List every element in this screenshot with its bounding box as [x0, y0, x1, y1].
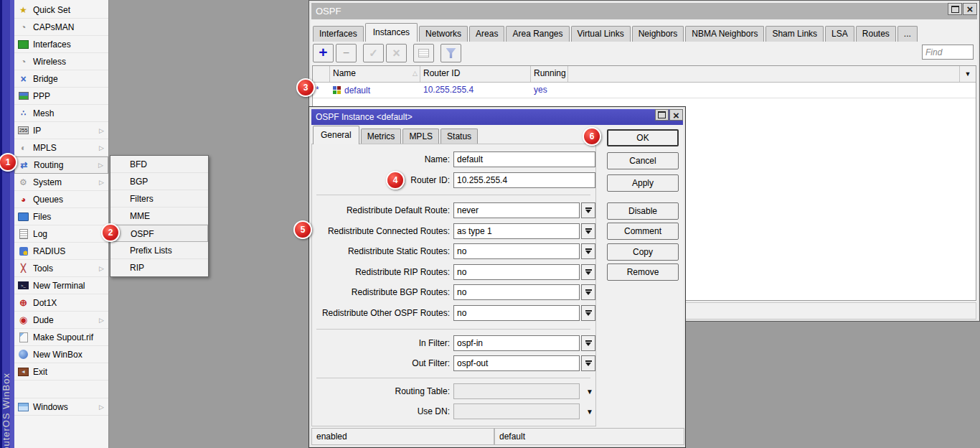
- enable-icon[interactable]: [363, 44, 384, 62]
- redistribute-rip-routes-select[interactable]: no: [453, 264, 595, 280]
- redistribute-other-ospf-routes-select[interactable]: no: [453, 305, 595, 321]
- disable-button[interactable]: Disable: [607, 202, 679, 220]
- dialog-titlebar[interactable]: OSPF Instance <default>: [311, 109, 683, 125]
- close-button[interactable]: [669, 109, 683, 121]
- dropdown-arrow-icon[interactable]: [581, 335, 595, 351]
- submenu-item-ospf[interactable]: OSPF: [110, 225, 208, 242]
- dropdown-arrow-icon[interactable]: [583, 403, 597, 419]
- router-id-column-header[interactable]: Router ID: [420, 66, 531, 82]
- redistribute-connected-routes-select[interactable]: as type 1: [453, 223, 595, 239]
- sidebar-item-windows[interactable]: Windows: [14, 398, 108, 416]
- submenu-item-prefix-lists[interactable]: Prefix Lists: [110, 242, 208, 259]
- sidebar-item-mpls[interactable]: MPLS: [14, 139, 108, 157]
- submenu-item-mme[interactable]: MME: [110, 207, 208, 225]
- submenu-item-rip[interactable]: RIP: [110, 259, 208, 276]
- sidebar-item-capsman[interactable]: CAPsMAN: [14, 19, 108, 36]
- column-selector-dropdown[interactable]: [959, 66, 976, 82]
- maximize-button[interactable]: [655, 109, 669, 121]
- sidebar-item-routing[interactable]: Routing: [14, 157, 108, 174]
- dropdown-arrow-icon[interactable]: [581, 243, 595, 259]
- in-filter-select[interactable]: ospf-in: [453, 335, 595, 351]
- sidebar-item-files[interactable]: Files: [14, 208, 108, 225]
- winbox-desktop: RouterOS WinBox Quick Set CAPsMAN Interf…: [0, 0, 980, 448]
- dropdown-arrow-icon[interactable]: [581, 355, 595, 371]
- cancel-button[interactable]: Cancel: [607, 152, 679, 169]
- tab-routes[interactable]: Routes: [856, 26, 896, 42]
- tab-status[interactable]: Status: [440, 129, 478, 144]
- find-input[interactable]: [922, 45, 974, 60]
- ok-button[interactable]: OK: [607, 129, 679, 146]
- flag-column-header[interactable]: [313, 66, 330, 82]
- ospf-window-titlebar[interactable]: OSPF: [311, 3, 977, 19]
- tab-nbma-neighbors[interactable]: NBMA Neighbors: [685, 26, 764, 42]
- close-button[interactable]: [963, 3, 977, 15]
- table-row[interactable]: * default 10.255.255.4 yes: [313, 83, 976, 98]
- tab-more[interactable]: ...: [897, 26, 918, 42]
- comment-icon[interactable]: [413, 44, 434, 62]
- sidebar-item-interfaces[interactable]: Interfaces: [14, 36, 108, 53]
- sidebar-item-system[interactable]: System: [14, 174, 108, 191]
- dropdown-arrow-icon[interactable]: [583, 383, 597, 399]
- redistribute-default-route-select[interactable]: never: [453, 202, 595, 218]
- selected-value: no: [453, 305, 580, 321]
- disable-icon[interactable]: [386, 44, 407, 62]
- running-column-header[interactable]: Running: [531, 66, 568, 82]
- sidebar-item-make-supout[interactable]: Make Supout.rif: [14, 329, 108, 346]
- sidebar-item-queues[interactable]: Queues: [14, 191, 108, 208]
- remove-icon[interactable]: [336, 44, 357, 62]
- routing-table-select[interactable]: [453, 383, 595, 399]
- sidebar-item-bridge[interactable]: Bridge: [14, 70, 108, 88]
- dropdown-arrow-icon[interactable]: [581, 284, 595, 300]
- sidebar-item-ip[interactable]: IP: [14, 122, 108, 139]
- sidebar-item-dude[interactable]: Dude: [14, 312, 108, 329]
- submenu-item-bgp[interactable]: BGP: [110, 173, 208, 190]
- tab-area-ranges[interactable]: Area Ranges: [506, 26, 569, 42]
- comment-button[interactable]: Comment: [607, 223, 679, 240]
- maximize-button[interactable]: [948, 3, 962, 15]
- sidebar-item-dot1x[interactable]: Dot1X: [14, 294, 108, 312]
- sidebar-item-log[interactable]: Log: [14, 225, 108, 243]
- sidebar-item-ppp[interactable]: PPP: [14, 88, 108, 105]
- sidebar-item-new-winbox[interactable]: New WinBox: [14, 346, 108, 363]
- tab-interfaces[interactable]: Interfaces: [313, 26, 364, 42]
- filter-icon[interactable]: [440, 44, 461, 62]
- dropdown-arrow-icon[interactable]: [581, 223, 595, 239]
- sidebar-item-mesh[interactable]: Mesh: [14, 105, 108, 122]
- remove-button[interactable]: Remove: [607, 263, 679, 281]
- ppp-icon: [19, 92, 29, 100]
- copy-button[interactable]: Copy: [607, 243, 679, 261]
- tab-lsa[interactable]: LSA: [825, 26, 854, 42]
- out-filter-select[interactable]: ospf-out: [453, 355, 595, 371]
- tab-virtual-links[interactable]: Virtual Links: [571, 26, 631, 42]
- tab-instances[interactable]: Instances: [365, 23, 418, 42]
- tab-sham-links[interactable]: Sham Links: [765, 26, 824, 42]
- dropdown-arrow-icon[interactable]: [581, 264, 595, 280]
- sidebar-item-wireless[interactable]: Wireless: [14, 53, 108, 70]
- add-icon[interactable]: [313, 44, 334, 62]
- sidebar-item-label: New Terminal: [33, 281, 106, 291]
- sidebar-item-exit[interactable]: Exit: [14, 363, 108, 381]
- tab-general[interactable]: General: [313, 126, 359, 144]
- annotation-step-5: 5: [293, 220, 312, 239]
- apply-button[interactable]: Apply: [607, 174, 679, 192]
- tab-areas[interactable]: Areas: [469, 26, 504, 42]
- redistribute-bgp-routes-select[interactable]: no: [453, 284, 595, 300]
- tab-networks[interactable]: Networks: [419, 26, 468, 42]
- name-column-header[interactable]: Name: [330, 66, 420, 82]
- dropdown-arrow-icon[interactable]: [581, 305, 595, 321]
- tab-metrics[interactable]: Metrics: [361, 129, 402, 144]
- redistribute-static-routes-select[interactable]: no: [453, 243, 595, 259]
- sidebar-item-quick-set[interactable]: Quick Set: [14, 1, 108, 19]
- submenu-item-bfd[interactable]: BFD: [110, 156, 208, 173]
- sidebar-item-new-terminal[interactable]: New Terminal: [14, 277, 108, 294]
- router-id-input[interactable]: [453, 172, 595, 188]
- sidebar-item-tools[interactable]: Tools: [14, 260, 108, 277]
- sidebar-item-label: Mesh: [33, 108, 106, 118]
- submenu-item-filters[interactable]: Filters: [110, 190, 208, 207]
- dropdown-arrow-icon[interactable]: [581, 202, 595, 218]
- sidebar-item-radius[interactable]: RADIUS: [14, 243, 108, 260]
- name-input[interactable]: [453, 151, 595, 167]
- tab-neighbors[interactable]: Neighbors: [632, 26, 684, 42]
- use-dn-select[interactable]: [453, 403, 595, 419]
- tab-mpls[interactable]: MPLS: [402, 129, 439, 144]
